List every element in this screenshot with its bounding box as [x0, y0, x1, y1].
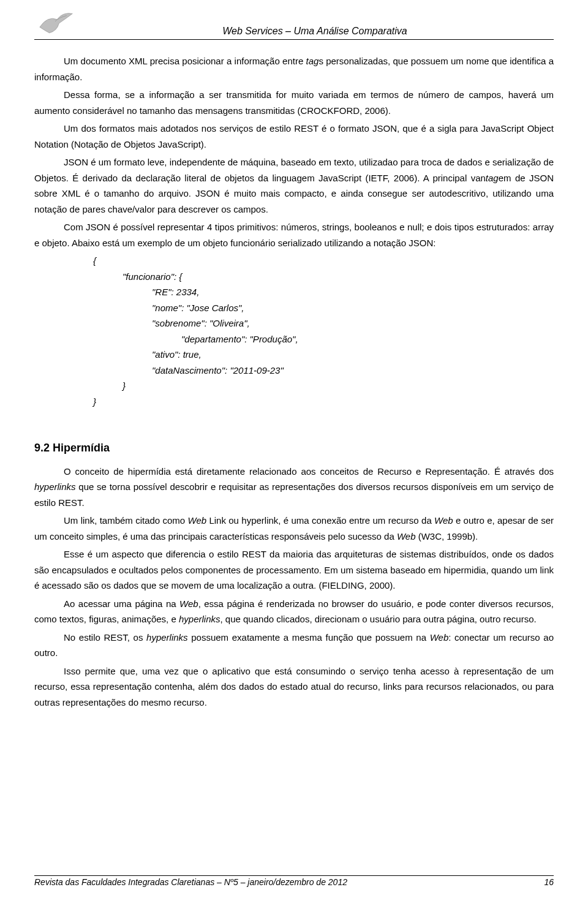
text-italic: Web [188, 515, 207, 526]
text-italic: hyperlinks [34, 481, 76, 492]
code-line: } [34, 378, 554, 394]
paragraph: Um link, também citado como Web Link ou … [34, 513, 554, 544]
code-line: "sobrenome": "Oliveira", [34, 315, 554, 331]
paragraph: Isso permite que, uma vez que o aplicati… [34, 663, 554, 711]
text: que se torna possível descobrir e requis… [34, 481, 554, 508]
code-line: "nome": "Jose Carlos", [34, 300, 554, 316]
page-number: 16 [544, 877, 554, 887]
code-line: "ativo": true, [34, 347, 554, 363]
code-line: "funcionario": { [34, 269, 554, 285]
text-italic: Web [434, 515, 453, 526]
code-line: "RE": 2334, [34, 284, 554, 300]
text: possuem exatamente a mesma função que po… [188, 632, 430, 643]
text: Um documento XML precisa posicionar a in… [64, 56, 306, 66]
page-footer: Revista das Faculdades Integradas Claret… [34, 875, 554, 887]
text: Ao acessar uma página na [64, 598, 179, 609]
text: O conceito de hipermídia está diretament… [64, 466, 554, 477]
footer-left: Revista das Faculdades Integradas Claret… [34, 877, 347, 887]
paragraph: Dessa forma, se a informação a ser trans… [34, 87, 554, 118]
text-italic: tag [306, 56, 319, 66]
json-code-block: { "funcionario": { "RE": 2334, "nome": "… [34, 253, 554, 409]
paragraph: Ao acessar uma página na Web, essa págin… [34, 596, 554, 627]
document-body: Um documento XML precisa posicionar a in… [34, 53, 554, 710]
section-heading: 9.2 Hipermídia [34, 439, 554, 458]
code-line: { [34, 253, 554, 269]
text-italic: tag [486, 173, 499, 183]
paragraph: Um dos formatos mais adotados nos serviç… [34, 121, 554, 152]
text: Link ou hyperlink, é uma conexão entre u… [206, 515, 434, 526]
paragraph: JSON é um formato leve, independente de … [34, 154, 554, 217]
header-title: Web Services – Uma Análise Comparativa [76, 26, 554, 38]
logo-icon [34, 9, 76, 38]
text: No estilo REST, os [64, 632, 146, 643]
paragraph: O conceito de hipermídia está diretament… [34, 464, 554, 511]
paragraph: Um documento XML precisa posicionar a in… [34, 53, 554, 85]
paragraph: No estilo REST, os hyperlinks possuem ex… [34, 630, 554, 661]
text-italic: hyperlinks [179, 614, 221, 624]
text-italic: Web [179, 598, 198, 609]
text: Um link, também citado como [64, 515, 188, 526]
code-line: "departamento": "Produção", [34, 331, 554, 347]
text: , que quando clicados, direcionam o usuá… [220, 614, 536, 624]
text: JSON é um formato leve, independente de … [34, 157, 554, 183]
paragraph: Esse é um aspecto que diferencia o estil… [34, 546, 554, 594]
page-header: Web Services – Uma Análise Comparativa [34, 9, 554, 40]
paragraph: Com JSON é possível representar 4 tipos … [34, 219, 554, 251]
text: (W3C, 1999b). [416, 531, 478, 541]
text-italic: Web [430, 632, 449, 643]
text-italic: Web [397, 531, 416, 541]
code-line: } [34, 394, 554, 410]
code-line: "dataNascimento": "2011-09-23" [34, 363, 554, 379]
text-italic: hyperlinks [146, 632, 188, 643]
